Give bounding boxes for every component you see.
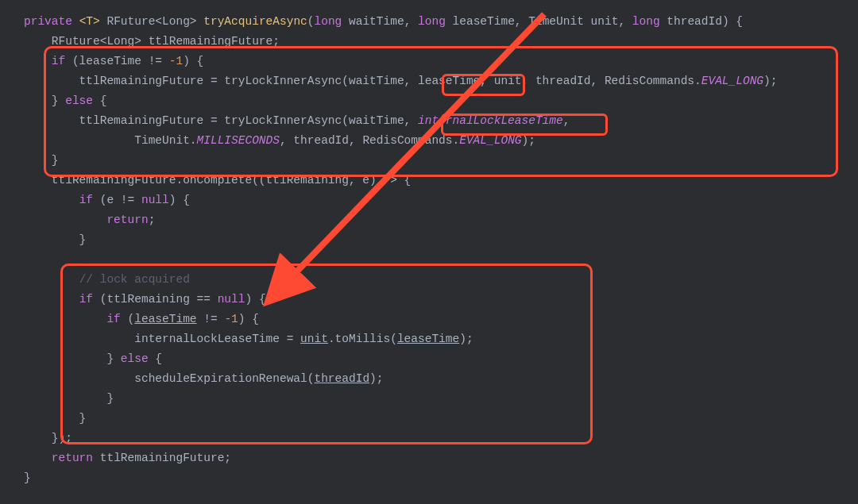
code-line: } xyxy=(24,471,31,484)
code: ) { xyxy=(238,313,259,325)
code: ) { xyxy=(245,293,265,306)
code-line: } xyxy=(24,154,59,167)
keyword-else: else xyxy=(121,352,149,365)
code: (leaseTime != xyxy=(65,55,169,67)
var-ref: leaseTime xyxy=(134,313,196,325)
code: ; xyxy=(149,214,156,226)
code: internalLockLeaseTime = xyxy=(24,333,300,345)
code: ( xyxy=(121,313,134,325)
code: ); xyxy=(763,75,777,87)
code: .toMillis( xyxy=(328,333,397,345)
indent xyxy=(24,273,79,286)
code: } xyxy=(24,94,65,107)
comment: // lock acquired xyxy=(79,273,190,286)
code: ) { xyxy=(169,194,190,206)
code: , xyxy=(563,114,570,127)
code: ) { xyxy=(183,55,203,67)
code-line: ttlRemainingFuture = tryLockInnerAsync(w… xyxy=(24,114,418,127)
indent xyxy=(24,55,52,67)
return-type: RFuture<Long> xyxy=(106,15,196,28)
param: waitTime, xyxy=(342,15,418,28)
code-line: } xyxy=(24,233,86,246)
param: threadId) { xyxy=(660,15,743,28)
code: } xyxy=(24,352,121,365)
code: , threadId, RedisCommands. xyxy=(280,134,459,147)
code: ); xyxy=(369,372,383,385)
code-line: } xyxy=(24,392,114,405)
keyword-long: long xyxy=(315,15,342,28)
keyword-private: private xyxy=(24,15,72,28)
code-block: private <T> RFuture<Long> tryAcquireAsyn… xyxy=(24,12,834,488)
paren: ( xyxy=(307,15,315,28)
keyword-if: if xyxy=(106,313,120,325)
keyword-if: if xyxy=(52,55,65,67)
type-param: <T> xyxy=(79,15,100,28)
code-line: ttlRemainingFuture = tryLockInnerAsync(w… xyxy=(24,75,701,87)
code: ); xyxy=(459,333,473,345)
var-ref: unit xyxy=(300,333,328,345)
code: ); xyxy=(522,134,535,147)
code-line: } xyxy=(24,412,86,425)
code-line: ttlRemainingFuture.onComplete((ttlRemain… xyxy=(24,174,411,187)
code: != xyxy=(197,313,225,325)
constant: EVAL_LONG xyxy=(701,75,763,87)
code: ttlRemainingFuture; xyxy=(93,452,231,464)
indent xyxy=(24,293,79,306)
keyword-return: return xyxy=(106,214,148,226)
keyword-null: null xyxy=(141,194,169,206)
keyword-long: long xyxy=(418,15,446,28)
keyword-null: null xyxy=(218,293,245,306)
number: -1 xyxy=(224,313,238,325)
keyword-if: if xyxy=(79,293,93,306)
code: TimeUnit. xyxy=(24,134,197,147)
code-line: }); xyxy=(24,432,72,444)
method-name: tryAcquireAsync xyxy=(203,15,307,28)
keyword-long: long xyxy=(632,15,660,28)
code: { xyxy=(93,94,106,107)
param: leaseTime, TimeUnit unit, xyxy=(446,15,632,28)
constant: EVAL_LONG xyxy=(459,134,521,147)
code: scheduleExpirationRenewal( xyxy=(24,372,314,385)
indent xyxy=(24,452,52,464)
keyword-else: else xyxy=(65,94,93,107)
field-ref: internalLockLeaseTime xyxy=(418,114,563,127)
indent xyxy=(24,214,106,226)
constant: MILLISECONDS xyxy=(197,134,280,147)
code: { xyxy=(149,352,162,365)
var-ref: threadId xyxy=(314,372,369,385)
number: -1 xyxy=(169,55,183,67)
var-ref: leaseTime xyxy=(397,333,459,345)
code: (e != xyxy=(93,194,141,206)
code-line: RFuture<Long> ttlRemainingFuture; xyxy=(24,35,280,48)
code: (ttlRemaining == xyxy=(93,293,218,306)
keyword-return: return xyxy=(52,452,93,464)
indent xyxy=(24,194,79,206)
indent xyxy=(24,313,106,325)
keyword-if: if xyxy=(79,194,93,206)
